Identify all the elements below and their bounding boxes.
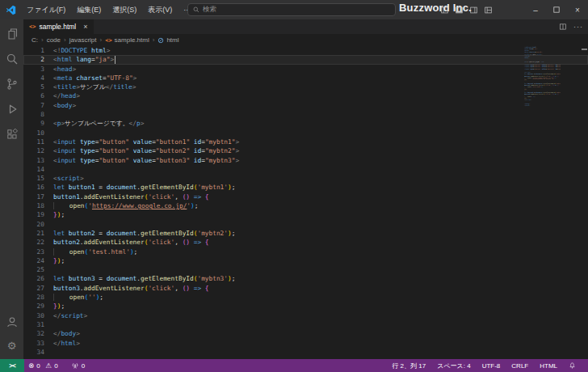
account-icon[interactable] xyxy=(3,313,21,331)
line-number: 10 xyxy=(23,129,53,137)
code-token: html xyxy=(57,56,73,63)
remote-indicator[interactable]: >< xyxy=(0,359,24,372)
code-token: meta xyxy=(57,74,73,82)
menu-item[interactable]: 表示(V) xyxy=(142,2,178,17)
settings-gear-icon[interactable]: ⚙ xyxy=(3,336,21,354)
menu-item[interactable]: ファイル(F) xyxy=(21,2,71,17)
code-line[interactable]: 27button3.addEventListener('click', () =… xyxy=(23,284,588,293)
code-token: id xyxy=(194,147,201,154)
code-line[interactable]: 32</body> xyxy=(23,329,588,338)
code-token: () xyxy=(183,285,190,292)
code-line[interactable]: 10 xyxy=(23,129,588,137)
code-token: getElementById xyxy=(141,275,194,282)
code-line[interactable]: 24}); xyxy=(23,256,588,265)
more-actions-icon[interactable]: ··· xyxy=(573,23,583,31)
code-line[interactable]: 16let button1 = document.getElementById(… xyxy=(23,183,588,192)
code-line[interactable]: 3<head> xyxy=(23,65,588,74)
code-line[interactable]: 22button2.addEventListener('click', () =… xyxy=(23,238,588,247)
code-line[interactable]: 13<input type="button" value="button3" i… xyxy=(23,156,588,165)
code-line[interactable]: 29}); xyxy=(23,302,588,311)
tab-close-icon[interactable]: × xyxy=(83,23,87,31)
breadcrumb-item-samplehtml[interactable]: <>sample.html xyxy=(105,36,149,44)
ports-indicator[interactable]: 0 xyxy=(67,359,89,372)
code-token: </ xyxy=(129,120,136,127)
line-number: 2 xyxy=(23,55,53,64)
line-number: 19 xyxy=(23,210,53,219)
code-line[interactable]: 17button1.addEventListener('click', () =… xyxy=(23,192,588,201)
code-token: button2 xyxy=(69,230,95,237)
statusbar-item[interactable]: UTF-8 xyxy=(477,362,506,370)
statusbar-item[interactable]: HTML xyxy=(534,362,563,370)
extensions-icon[interactable] xyxy=(3,125,21,143)
code-line[interactable]: 28 open(''); xyxy=(23,293,588,302)
code-token: body xyxy=(61,330,76,337)
run-debug-icon[interactable] xyxy=(3,100,21,118)
code-token: 'mybtn3' xyxy=(197,275,228,282)
code-token: > xyxy=(76,92,80,99)
code-line[interactable]: 20 xyxy=(23,220,588,229)
bell-icon[interactable] xyxy=(563,361,582,370)
statusbar-item[interactable]: 行 2、列 17 xyxy=(386,361,431,370)
code-line[interactable]: 7<body> xyxy=(23,101,588,110)
code-line[interactable]: 25 xyxy=(23,265,588,274)
code-line[interactable]: 18 open('https://www.google.co.jp/'); xyxy=(23,201,588,210)
line-number: 18 xyxy=(23,201,53,210)
code-line[interactable]: 2<html lang="ja"> xyxy=(23,55,588,64)
code-line[interactable]: 11<input type="button" value="button1" i… xyxy=(23,137,588,146)
code-line[interactable]: 21let button2 = document.getElementById(… xyxy=(23,229,588,238)
line-content: }); xyxy=(53,302,65,311)
minimap-line xyxy=(524,107,561,108)
code-line[interactable]: 8 xyxy=(23,110,588,119)
line-number: 27 xyxy=(23,284,53,293)
tab-sample-html[interactable]: <> sample.html × xyxy=(23,19,94,34)
breadcrumb-item-html[interactable]: html xyxy=(158,36,178,44)
command-center-search[interactable]: 検索 xyxy=(187,3,396,16)
breadcrumb-item-code[interactable]: code xyxy=(47,36,61,44)
line-number: 5 xyxy=(23,82,53,91)
line-content: let button1 = document.getElementById('m… xyxy=(53,183,235,192)
minimap-token: ; xyxy=(526,79,527,81)
search-icon[interactable] xyxy=(3,50,21,68)
code-line[interactable]: 19}); xyxy=(23,210,588,219)
toggle-panel-icon[interactable] xyxy=(455,6,464,15)
line-number: 30 xyxy=(23,311,53,320)
problems-indicator[interactable]: ⊗ 0 ⚠ 0 xyxy=(24,359,62,372)
code-line[interactable]: 34 xyxy=(23,348,588,357)
menu-item[interactable]: 選択(S) xyxy=(107,2,142,17)
code-line[interactable]: 6</head> xyxy=(23,91,588,100)
code-line[interactable]: 15<script> xyxy=(23,174,588,183)
code-line[interactable]: 4<meta charset="UTF-8"> xyxy=(23,74,588,82)
toggle-sidebar-icon[interactable] xyxy=(440,6,449,15)
source-control-icon[interactable] xyxy=(3,75,21,93)
minimize-button[interactable]: – xyxy=(525,0,546,19)
statusbar-item[interactable]: CRLF xyxy=(506,362,534,370)
customize-layout-icon[interactable] xyxy=(484,6,493,15)
code-line[interactable]: 5<title>サンプル</title> xyxy=(23,82,588,91)
code-line[interactable]: 26let button3 = document.getElementById(… xyxy=(23,274,588,283)
menu-item[interactable]: 編集(E) xyxy=(71,2,107,17)
explorer-icon[interactable] xyxy=(3,25,21,43)
maximize-button[interactable] xyxy=(546,0,567,19)
statusbar-item[interactable]: スペース: 4 xyxy=(431,361,476,370)
minimap[interactable]: <!DOCTYPE html><html lang="ja"><head><me… xyxy=(524,46,561,143)
code-token: input xyxy=(57,157,76,164)
code-line[interactable]: 31 xyxy=(23,320,588,329)
code-token: document xyxy=(107,275,137,282)
code-line[interactable]: 12<input type="button" value="button2" i… xyxy=(23,146,588,155)
code-line[interactable]: 30</script> xyxy=(23,311,588,320)
split-editor-icon[interactable] xyxy=(559,23,567,31)
code-token: type xyxy=(80,147,95,154)
breadcrumb-item-javascript[interactable]: javascript xyxy=(69,36,97,44)
code-line[interactable]: 1<!DOCTYPE html> xyxy=(23,46,588,55)
code-editor[interactable]: 1<!DOCTYPE html>2<html lang="ja">3<head>… xyxy=(23,46,588,359)
breadcrumb-item-C[interactable]: C: xyxy=(32,36,38,44)
code-line[interactable]: 23 open('test.html'); xyxy=(23,247,588,256)
line-content: <body> xyxy=(53,101,76,110)
code-line[interactable]: 9<p>サンプルページです。</p> xyxy=(23,119,588,128)
code-token: > xyxy=(141,120,145,127)
code-line[interactable]: 33</html> xyxy=(23,339,588,348)
code-line[interactable]: 14 xyxy=(23,165,588,174)
close-button[interactable]: × xyxy=(567,0,588,19)
code-token: head xyxy=(57,66,73,73)
toggle-secondary-sidebar-icon[interactable] xyxy=(469,6,478,15)
